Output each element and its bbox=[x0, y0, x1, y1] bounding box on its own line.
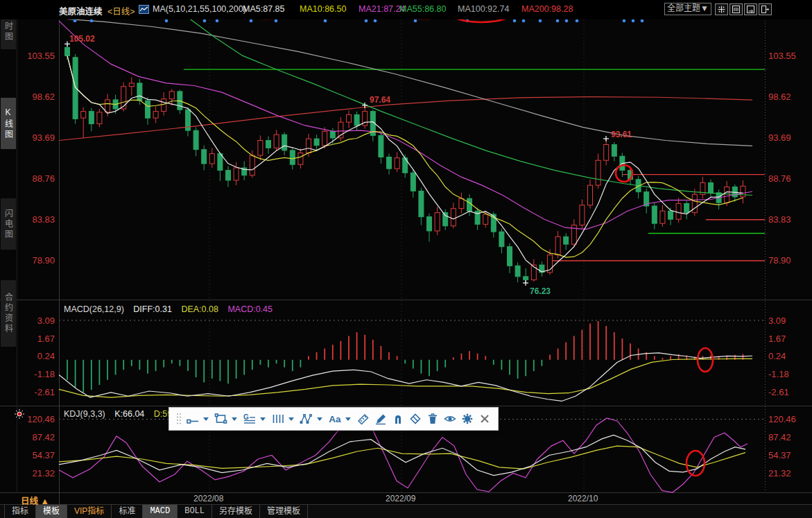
drawing-toolbar: G Aa bbox=[169, 407, 499, 431]
macd-macd-value: MACD:0.45 bbox=[227, 304, 273, 314]
svg-text:-1.18: -1.18 bbox=[768, 369, 789, 379]
brush-tool-icon[interactable] bbox=[373, 411, 388, 426]
period-tag: <日线> bbox=[107, 4, 135, 17]
svg-text:97.64: 97.64 bbox=[370, 95, 390, 105]
close-icon[interactable] bbox=[477, 411, 492, 426]
mini-chart-icon bbox=[139, 5, 149, 16]
symbol-name: 美原油连续 bbox=[59, 4, 103, 17]
visibility-eye-icon[interactable] bbox=[442, 411, 458, 426]
svg-text:87.42: 87.42 bbox=[768, 432, 791, 442]
ma-value-2: MA21:87.24 bbox=[359, 4, 405, 14]
date-label: 2022/10 bbox=[568, 494, 598, 503]
gann-dropdown-icon[interactable] bbox=[260, 417, 266, 421]
svg-text:88.76: 88.76 bbox=[32, 173, 55, 184]
top-indicator-bar: 美原油连续 <日线> MA(5,10,21,55,100,200) MA5:87… bbox=[0, 0, 812, 19]
ma-settings-label: MA(5,10,21,55,100,200) bbox=[153, 4, 246, 14]
date-label: 2022/09 bbox=[386, 494, 415, 503]
macd-title: MACD(26,12,9) bbox=[64, 304, 124, 314]
svg-text:83.83: 83.83 bbox=[32, 214, 55, 225]
magnet-tool-icon[interactable] bbox=[390, 411, 406, 426]
ma-value-4: MA100:92.74 bbox=[458, 4, 509, 14]
svg-text:87.42: 87.42 bbox=[32, 432, 55, 442]
trendline-tool-icon[interactable] bbox=[185, 411, 200, 426]
sidebar-tab-闪电图[interactable]: 闪电图 bbox=[1, 198, 16, 250]
sidebar-tab-K线图[interactable]: K线图 bbox=[1, 98, 16, 149]
bottom-tab-BOLL[interactable]: BOLL bbox=[178, 505, 212, 518]
eraser-tool-icon[interactable] bbox=[408, 411, 423, 426]
chart-canvas[interactable]: 105.0297.6493.6176.23108.48108.48103.551… bbox=[0, 0, 812, 518]
trading-app-window: 105.0297.6493.6176.23108.48108.48103.551… bbox=[0, 0, 812, 518]
kdj-k-value: K:66.04 bbox=[114, 409, 144, 419]
alert-icon[interactable] bbox=[14, 408, 25, 422]
trendline-dropdown-icon[interactable] bbox=[203, 417, 209, 421]
svg-text:78.90: 78.90 bbox=[768, 255, 791, 266]
date-label: 2022/08 bbox=[193, 494, 223, 503]
svg-text:G: G bbox=[243, 413, 249, 421]
bottom-tab-标准[interactable]: 标准 bbox=[112, 505, 143, 518]
pattern-dropdown-icon[interactable] bbox=[317, 417, 322, 421]
sidebar-tab-合约资料[interactable]: 合约资料 bbox=[1, 280, 16, 347]
bottom-tab-VIP指标[interactable]: VIP指标 bbox=[67, 505, 112, 518]
cycle-lines-dropdown-icon[interactable] bbox=[288, 417, 294, 421]
trash-icon[interactable] bbox=[425, 411, 440, 426]
svg-text:103.55: 103.55 bbox=[27, 51, 55, 61]
collapse-panel-icon[interactable] bbox=[759, 3, 772, 15]
svg-text:78.90: 78.90 bbox=[32, 255, 55, 266]
crosshair-tool-icon[interactable] bbox=[715, 3, 728, 15]
gann-tool-icon[interactable]: G bbox=[242, 411, 257, 426]
svg-text:3.09: 3.09 bbox=[768, 316, 786, 326]
measure-tool-icon[interactable] bbox=[356, 411, 371, 426]
svg-text:93.69: 93.69 bbox=[32, 132, 55, 143]
svg-text:93.61: 93.61 bbox=[611, 130, 632, 139]
svg-text:1.67: 1.67 bbox=[37, 334, 55, 344]
bottom-tab-MACD[interactable]: MACD bbox=[143, 505, 178, 518]
kdj-title: KDJ(9,3,3) bbox=[64, 409, 105, 419]
ma-value-0: MA5:87.85 bbox=[243, 4, 284, 14]
svg-text:-2.61: -2.61 bbox=[768, 387, 789, 397]
svg-text:105.02: 105.02 bbox=[69, 34, 95, 44]
macd-dea-value: DEA:0.08 bbox=[181, 304, 218, 314]
svg-text:54.37: 54.37 bbox=[768, 450, 791, 460]
pane-layout-icon[interactable] bbox=[744, 3, 757, 15]
shape-tool-icon[interactable] bbox=[214, 411, 229, 426]
theme-select-button[interactable]: 全部主题▼ bbox=[664, 3, 711, 15]
ma-value-1: MA10:86.50 bbox=[300, 4, 346, 14]
svg-text:0.24: 0.24 bbox=[768, 351, 786, 361]
svg-text:21.32: 21.32 bbox=[32, 468, 55, 478]
svg-text:-2.61: -2.61 bbox=[34, 387, 55, 397]
svg-text:120.46: 120.46 bbox=[768, 414, 796, 424]
bottom-tab-另存模板[interactable]: 另存模板 bbox=[212, 505, 260, 518]
shape-dropdown-icon[interactable] bbox=[232, 417, 237, 421]
bottom-tab-bar: 指标模板VIP指标标准MACDBOLL另存模板管理模板 bbox=[0, 505, 812, 518]
split-pane-icon[interactable] bbox=[729, 3, 743, 15]
macd-diff-value: DIFF:0.31 bbox=[133, 304, 172, 314]
svg-text:1.67: 1.67 bbox=[768, 334, 786, 344]
pattern-tool-icon[interactable] bbox=[299, 411, 314, 426]
svg-text:83.83: 83.83 bbox=[768, 214, 791, 225]
svg-text:-1.18: -1.18 bbox=[34, 369, 55, 379]
chevron-down-icon: ▼ bbox=[700, 3, 709, 13]
cycle-lines-tool-icon[interactable] bbox=[270, 411, 286, 426]
svg-text:76.23: 76.23 bbox=[530, 286, 551, 296]
ma-value-5: MA200:98.28 bbox=[521, 4, 573, 14]
svg-text:3.09: 3.09 bbox=[37, 316, 55, 326]
theme-select-label: 全部主题 bbox=[667, 3, 700, 13]
svg-text:0.24: 0.24 bbox=[37, 351, 55, 361]
svg-text:54.37: 54.37 bbox=[32, 450, 55, 460]
gear-icon[interactable] bbox=[460, 411, 475, 426]
svg-text:98.62: 98.62 bbox=[768, 92, 791, 102]
bottom-tab-指标[interactable]: 指标 bbox=[4, 505, 36, 518]
svg-text:103.55: 103.55 bbox=[768, 51, 796, 61]
text-tool-icon[interactable]: Aa bbox=[327, 411, 343, 426]
macd-header: MACD(26,12,9) DIFF:0.31 DEA:0.08 MACD:0.… bbox=[64, 304, 279, 314]
ma-value-3: MA55:86.80 bbox=[399, 4, 446, 14]
text-dropdown-icon[interactable] bbox=[345, 417, 351, 421]
svg-text:88.76: 88.76 bbox=[768, 173, 791, 184]
svg-text:93.69: 93.69 bbox=[768, 132, 791, 143]
svg-text:21.32: 21.32 bbox=[768, 468, 791, 478]
svg-text:120.46: 120.46 bbox=[27, 414, 55, 424]
drag-handle[interactable] bbox=[175, 411, 183, 426]
bottom-tab-管理模板[interactable]: 管理模板 bbox=[260, 505, 308, 518]
bottom-tab-模板[interactable]: 模板 bbox=[36, 505, 67, 518]
svg-text:98.62: 98.62 bbox=[32, 92, 55, 102]
